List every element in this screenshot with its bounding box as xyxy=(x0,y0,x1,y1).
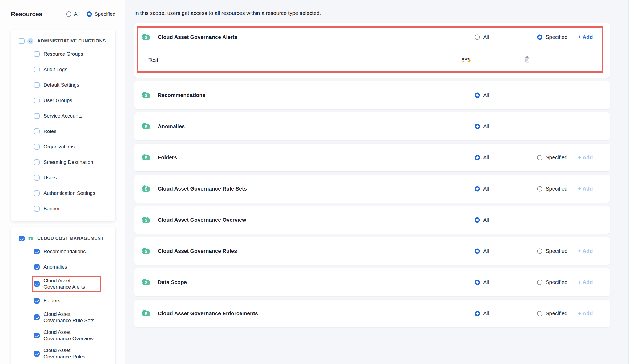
add-button[interactable]: + Add xyxy=(578,310,593,317)
sidebar-item[interactable]: Cloud Asset Governance Alerts xyxy=(11,275,115,293)
resource-row: $ Cloud Asset Governance EnforcementsAll… xyxy=(134,300,610,327)
item-checkbox[interactable] xyxy=(34,113,40,119)
all-radio[interactable] xyxy=(475,217,480,223)
specified-option[interactable]: Specified xyxy=(537,34,567,40)
specified-radio[interactable] xyxy=(537,280,542,285)
specified-option[interactable]: Specified xyxy=(537,248,567,254)
all-radio[interactable] xyxy=(475,248,480,254)
item-checkbox[interactable] xyxy=(34,67,40,72)
specified-option[interactable]: Specified xyxy=(537,186,567,192)
sidebar-item-label: Banner xyxy=(43,205,60,212)
sidebar-item[interactable]: Default Settings xyxy=(11,77,115,93)
section-checkbox[interactable] xyxy=(19,236,25,241)
sidebar-item[interactable]: Service Accounts xyxy=(11,108,115,124)
specified-option[interactable]: Specified xyxy=(537,279,567,285)
item-checkbox[interactable] xyxy=(34,298,40,304)
all-option[interactable]: All xyxy=(475,310,489,317)
item-checkbox[interactable] xyxy=(34,51,40,57)
item-checkbox[interactable] xyxy=(34,98,40,103)
sidebar-item[interactable]: Resource Groups xyxy=(11,46,115,62)
sidebar-item-label: Audit Logs xyxy=(43,66,67,73)
resource-row-title: Cloud Asset Governance Rule Sets xyxy=(158,186,247,192)
resource-row: $ Cloud Asset Governance AlertsAllSpecif… xyxy=(134,23,610,78)
specified-radio[interactable] xyxy=(87,11,92,17)
specified-radio[interactable] xyxy=(537,155,542,160)
all-option[interactable]: All xyxy=(475,217,489,223)
resource-row-left: $ Anomalies xyxy=(134,122,185,131)
sidebar-item[interactable]: Cloud Asset Governance Rule Sets xyxy=(11,308,115,326)
svg-text:$: $ xyxy=(145,280,147,285)
item-checkbox[interactable] xyxy=(34,190,40,196)
all-option[interactable]: All xyxy=(475,92,489,98)
sidebar-item-label: Roles xyxy=(43,128,57,135)
all-option[interactable]: All xyxy=(475,186,489,192)
sidebar-item[interactable]: Folders xyxy=(11,293,115,308)
item-checkbox[interactable] xyxy=(34,351,40,357)
item-checkbox[interactable] xyxy=(34,206,40,212)
all-option[interactable]: All xyxy=(475,155,489,161)
resource-row-left: $ Cloud Asset Governance Enforcements xyxy=(134,309,258,318)
sidebar-item[interactable]: Organizations xyxy=(11,139,115,155)
all-radio[interactable] xyxy=(475,124,480,129)
specified-label: Specified xyxy=(546,34,567,40)
specified-option[interactable]: Specified xyxy=(537,155,567,161)
add-button[interactable]: + Add xyxy=(578,186,593,192)
item-checkbox[interactable] xyxy=(34,144,40,150)
add-button[interactable]: + Add xyxy=(578,279,593,285)
item-checkbox[interactable] xyxy=(34,128,40,134)
specified-radio[interactable] xyxy=(537,34,542,40)
item-checkbox[interactable] xyxy=(34,175,40,181)
sidebar-item[interactable]: Anomalies xyxy=(11,259,115,275)
resource-row-header: $ Cloud Asset Governance AlertsAllSpecif… xyxy=(134,23,610,51)
item-checkbox[interactable] xyxy=(34,264,40,270)
svg-text:$: $ xyxy=(145,218,147,223)
item-checkbox[interactable] xyxy=(34,82,40,88)
specified-radio[interactable] xyxy=(537,248,542,254)
sidebar-item[interactable]: Recommendations xyxy=(11,244,115,259)
all-radio[interactable] xyxy=(66,11,71,17)
item-checkbox[interactable] xyxy=(34,333,40,338)
all-option[interactable]: All xyxy=(475,34,489,40)
delete-button[interactable] xyxy=(524,56,531,64)
add-button[interactable]: + Add xyxy=(578,248,593,254)
sidebar-item[interactable]: Streaming Destination xyxy=(11,155,115,170)
sidebar-item[interactable]: Audit Logs xyxy=(11,62,115,77)
specified-radio[interactable] xyxy=(537,186,542,191)
resource-row-left: $ Folders xyxy=(134,153,177,162)
all-label: All xyxy=(483,92,489,98)
specified-radio[interactable] xyxy=(537,311,542,316)
resource-row-title: Recommendations xyxy=(158,92,205,98)
section-checkbox[interactable] xyxy=(19,38,25,44)
specified-option[interactable]: Specified xyxy=(537,310,567,317)
sidebar-item[interactable]: Authentication Settings xyxy=(11,185,115,201)
all-radio[interactable] xyxy=(475,311,480,316)
specified-radio-label: Specified xyxy=(95,11,115,17)
item-checkbox[interactable] xyxy=(34,249,40,254)
sidebar-item[interactable]: Banner xyxy=(11,201,115,216)
item-checkbox[interactable] xyxy=(34,281,40,287)
item-checkbox[interactable] xyxy=(34,159,40,165)
resource-row-title: Anomalies xyxy=(158,123,185,130)
sidebar-item[interactable]: Cloud Asset Governance Rules xyxy=(11,345,115,363)
all-radio[interactable] xyxy=(475,34,480,40)
all-option[interactable]: All xyxy=(475,279,489,285)
all-radio[interactable] xyxy=(475,280,480,285)
sidebar-item[interactable]: Roles xyxy=(11,124,115,139)
resource-row-header: $ AnomaliesAll xyxy=(134,112,610,140)
resource-row-title: Data Scope xyxy=(158,279,187,285)
item-checkbox[interactable] xyxy=(34,314,40,320)
resource-row-header: $ RecommendationsAll xyxy=(134,81,610,109)
sidebar-item[interactable]: Cloud Asset Governance Overview xyxy=(11,326,115,345)
all-radio[interactable] xyxy=(475,92,480,98)
add-button[interactable]: + Add xyxy=(578,34,593,40)
add-button[interactable]: + Add xyxy=(578,155,593,161)
all-option[interactable]: All xyxy=(475,248,489,254)
all-radio[interactable] xyxy=(475,186,480,191)
sidebar-item[interactable]: User Groups xyxy=(11,93,115,108)
scope-option-specified[interactable]: Specified xyxy=(87,11,115,17)
all-option[interactable]: All xyxy=(475,123,489,130)
all-radio[interactable] xyxy=(475,155,480,160)
sidebar-item[interactable]: Users xyxy=(11,170,115,185)
resource-row: $ RecommendationsAll xyxy=(134,81,610,109)
scope-option-all[interactable]: All xyxy=(66,11,80,17)
